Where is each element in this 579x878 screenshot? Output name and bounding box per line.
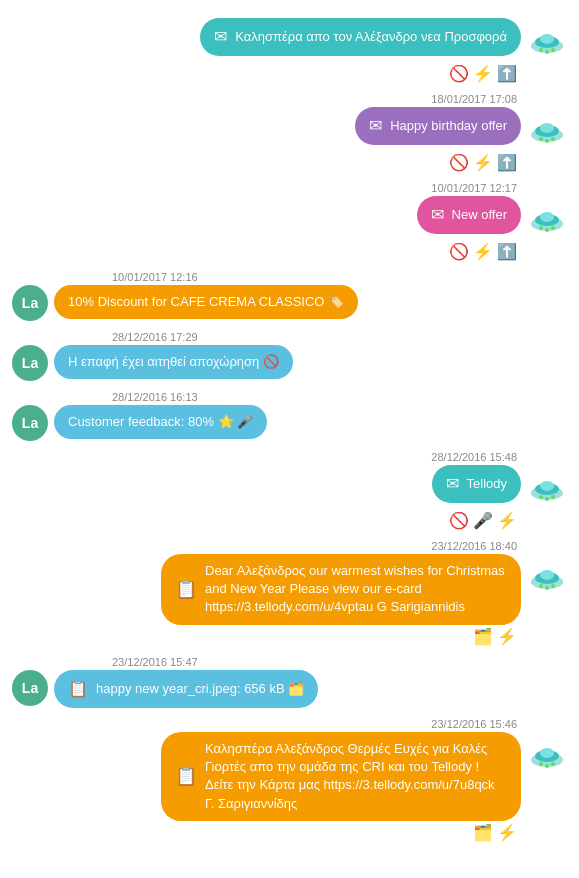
timestamp-2: 18/01/2017 17:08 [12, 93, 567, 105]
svg-point-28 [545, 586, 549, 590]
timestamp-4: 10/01/2017 12:16 [62, 271, 567, 283]
svg-point-16 [545, 228, 549, 232]
bubble-8: 📋 Dear Αλεξάνδρος our warmest wishes for… [161, 554, 521, 625]
lightning-icon-2[interactable]: ⚡ [473, 153, 493, 172]
svg-point-23 [551, 495, 555, 499]
bubble-text-6: Customer feedback: 80% ⭐ 🎤 [68, 413, 253, 431]
message-group-3: 10/01/2017 12:17 ✉ New offer 🚫 ⚡ ⬆️ [12, 182, 567, 261]
bubble-text-2: Happy birthday offer [390, 117, 507, 135]
file-icon-10[interactable]: 🗂️ [473, 823, 493, 842]
mail-icon-3: ✉ [431, 204, 444, 226]
svg-point-20 [540, 481, 554, 491]
ban-icon[interactable]: 🚫 [449, 64, 469, 83]
svg-point-3 [539, 48, 543, 52]
lightning-icon-3[interactable]: ⚡ [473, 242, 493, 261]
message-group-4: 10/01/2017 12:16 La 10% Discount for CAF… [12, 271, 567, 321]
message-row-10: 📋 Καλησπέρα Αλεξάνδρος Θερμές Ευχές για … [12, 732, 567, 821]
lightning-icon[interactable]: ⚡ [473, 64, 493, 83]
file-icon-8[interactable]: 🗂️ [473, 627, 493, 646]
bubble-text-4: 10% Discount for CAFE CREMA CLASSICO 🏷️ [68, 293, 344, 311]
mail-icon-1: ✉ [214, 26, 227, 48]
message-row-2: ✉ Happy birthday offer [12, 107, 567, 151]
timestamp-7: 28/12/2016 15:48 [12, 451, 567, 463]
ufo-icon-2 [527, 111, 567, 151]
ufo-icon-8 [527, 558, 567, 598]
ufo-icon-10 [527, 736, 567, 776]
svg-point-27 [539, 584, 543, 588]
timestamp-5: 28/12/2016 17:29 [62, 331, 567, 343]
svg-point-9 [539, 137, 543, 141]
timestamp-9: 23/12/2016 15:47 [62, 656, 567, 668]
up-arrow-icon[interactable]: ⬆️ [497, 64, 517, 83]
svg-point-5 [551, 48, 555, 52]
action-icons-3: 🚫 ⚡ ⬆️ [12, 242, 567, 261]
message-group-7: 28/12/2016 15:48 ✉ Tellody 🚫 🎤 ⚡ [12, 451, 567, 530]
bubble-text-1: Καλησπέρα απο τον Αλέξανδρο νεα Προσφορά [235, 28, 507, 46]
mail-icon-2: ✉ [369, 115, 382, 137]
svg-point-33 [539, 762, 543, 766]
bubble-4: 10% Discount for CAFE CREMA CLASSICO 🏷️ [54, 285, 358, 319]
lightning-icon-8[interactable]: ⚡ [497, 627, 517, 646]
svg-point-26 [540, 570, 554, 580]
ban-icon-7[interactable]: 🚫 [449, 511, 469, 530]
svg-point-32 [540, 748, 554, 758]
message-row-7: ✉ Tellody [12, 465, 567, 509]
message-group-10: 23/12/2016 15:46 📋 Καλησπέρα Αλεξάνδρος … [12, 718, 567, 842]
bubble-text-3: New offer [452, 206, 507, 224]
ban-icon-3[interactable]: 🚫 [449, 242, 469, 261]
svg-point-10 [545, 139, 549, 143]
avatar-6: La [12, 405, 48, 441]
message-row-8: 📋 Dear Αλεξάνδρος our warmest wishes for… [12, 554, 567, 625]
chat-container: ✉ Καλησπέρα απο τον Αλέξανδρο νεα Προσφο… [0, 10, 579, 856]
message-group-1: ✉ Καλησπέρα απο τον Αλέξανδρο νεα Προσφο… [12, 18, 567, 83]
action-icons-10: 🗂️ ⚡ [12, 823, 567, 842]
svg-point-11 [551, 137, 555, 141]
svg-point-34 [545, 764, 549, 768]
action-icons-7: 🚫 🎤 ⚡ [12, 511, 567, 530]
bubble-5: Η επαφή έχει αιτηθεί αποχώρηση 🚫 [54, 345, 293, 379]
message-row-3: ✉ New offer [12, 196, 567, 240]
ban-icon-2[interactable]: 🚫 [449, 153, 469, 172]
message-row-4: La 10% Discount for CAFE CREMA CLASSICO … [12, 285, 567, 321]
message-group-5: 28/12/2016 17:29 La Η επαφή έχει αιτηθεί… [12, 331, 567, 381]
message-group-2: 18/01/2017 17:08 ✉ Happy birthday offer … [12, 93, 567, 172]
message-row-5: La Η επαφή έχει αιτηθεί αποχώρηση 🚫 [12, 345, 567, 381]
bubble-text-5: Η επαφή έχει αιτηθεί αποχώρηση 🚫 [68, 353, 279, 371]
mic-icon-7[interactable]: 🎤 [473, 511, 493, 530]
timestamp-6: 28/12/2016 16:13 [62, 391, 567, 403]
svg-point-22 [545, 497, 549, 501]
action-icons-8: 🗂️ ⚡ [12, 627, 567, 646]
lightning-icon-7[interactable]: ⚡ [497, 511, 517, 530]
avatar-4: La [12, 285, 48, 321]
svg-point-14 [540, 212, 554, 222]
svg-point-17 [551, 226, 555, 230]
card-icon-8: 📋 [175, 577, 197, 602]
bubble-10: 📋 Καλησπέρα Αλεξάνδρος Θερμές Ευχές για … [161, 732, 521, 821]
bubble-2: ✉ Happy birthday offer [355, 107, 521, 145]
message-group-8: 23/12/2016 18:40 📋 Dear Αλεξάνδρος our w… [12, 540, 567, 646]
timestamp-3: 10/01/2017 12:17 [12, 182, 567, 194]
up-arrow-icon-3[interactable]: ⬆️ [497, 242, 517, 261]
bubble-1: ✉ Καλησπέρα απο τον Αλέξανδρο νεα Προσφο… [200, 18, 521, 56]
message-row-1: ✉ Καλησπέρα απο τον Αλέξανδρο νεα Προσφο… [12, 18, 567, 62]
bubble-3: ✉ New offer [417, 196, 521, 234]
up-arrow-icon-2[interactable]: ⬆️ [497, 153, 517, 172]
svg-point-35 [551, 762, 555, 766]
timestamp-8: 23/12/2016 18:40 [12, 540, 567, 552]
bubble-text-7: Tellody [467, 475, 507, 493]
card-icon-10: 📋 [175, 764, 197, 789]
svg-point-29 [551, 584, 555, 588]
bubble-7: ✉ Tellody [432, 465, 521, 503]
message-row-9: La 📋 happy new year_cri.jpeg: 656 kB 🗂️ [12, 670, 567, 708]
message-row-6: La Customer feedback: 80% ⭐ 🎤 [12, 405, 567, 441]
bubble-6: Customer feedback: 80% ⭐ 🎤 [54, 405, 267, 439]
bubble-text-8: Dear Αλεξάνδρος our warmest wishes for C… [205, 562, 507, 617]
lightning-icon-10[interactable]: ⚡ [497, 823, 517, 842]
svg-point-15 [539, 226, 543, 230]
bubble-text-10: Καλησπέρα Αλεξάνδρος Θερμές Ευχές για Κα… [205, 740, 507, 813]
mail-icon-7: ✉ [446, 473, 459, 495]
bubble-9: 📋 happy new year_cri.jpeg: 656 kB 🗂️ [54, 670, 318, 708]
timestamp-10: 23/12/2016 15:46 [12, 718, 567, 730]
avatar-5: La [12, 345, 48, 381]
bubble-text-9: happy new year_cri.jpeg: 656 kB 🗂️ [96, 680, 304, 698]
